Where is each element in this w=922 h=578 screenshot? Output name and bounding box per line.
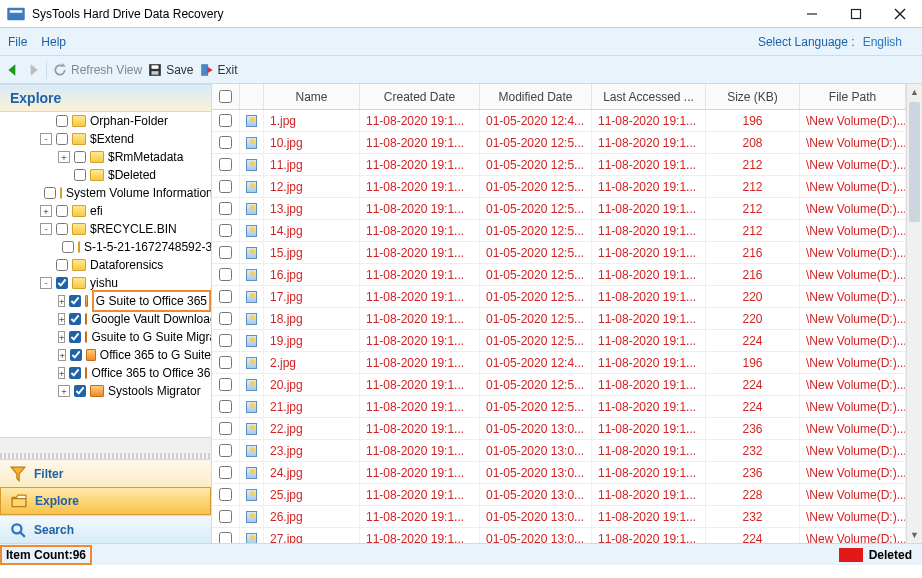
tree-item[interactable]: -$RECYCLE.BIN xyxy=(4,220,211,238)
collapse-icon[interactable]: - xyxy=(40,133,52,145)
tree-item[interactable]: +$RmMetadata xyxy=(4,148,211,166)
nav-search[interactable]: Search xyxy=(0,515,211,543)
tree-checkbox[interactable] xyxy=(62,241,74,253)
table-row[interactable]: 22.jpg11-08-2020 19:1...01-05-2020 13:0.… xyxy=(212,418,906,440)
table-row[interactable]: 27.jpg11-08-2020 19:1...01-05-2020 13:0.… xyxy=(212,528,906,543)
menu-help[interactable]: Help xyxy=(41,35,66,49)
tree-checkbox[interactable] xyxy=(44,187,56,199)
row-checkbox[interactable] xyxy=(212,308,240,329)
table-row[interactable]: 16.jpg11-08-2020 19:1...01-05-2020 12:5.… xyxy=(212,264,906,286)
row-checkbox[interactable] xyxy=(212,220,240,241)
row-checkbox[interactable] xyxy=(212,242,240,263)
table-row[interactable]: 14.jpg11-08-2020 19:1...01-05-2020 12:5.… xyxy=(212,220,906,242)
table-row[interactable]: 20.jpg11-08-2020 19:1...01-05-2020 12:5.… xyxy=(212,374,906,396)
tree-item[interactable]: +G Suite to Office 365 xyxy=(4,292,211,310)
row-checkbox[interactable] xyxy=(212,154,240,175)
tree-item[interactable]: +Google Vault Download xyxy=(4,310,211,328)
row-checkbox[interactable] xyxy=(212,528,240,543)
tree-h-scrollbar[interactable] xyxy=(0,437,211,453)
tree-checkbox[interactable] xyxy=(56,205,68,217)
nav-back-button[interactable] xyxy=(6,63,20,77)
maximize-button[interactable] xyxy=(834,0,878,28)
tree-item[interactable]: Dataforensics xyxy=(4,256,211,274)
table-row[interactable]: 1.jpg11-08-2020 19:1...01-05-2020 12:4..… xyxy=(212,110,906,132)
menu-file[interactable]: File xyxy=(8,35,27,49)
row-checkbox[interactable] xyxy=(212,132,240,153)
close-button[interactable] xyxy=(878,0,922,28)
refresh-button[interactable]: Refresh View xyxy=(53,63,142,77)
row-checkbox[interactable] xyxy=(212,374,240,395)
header-checkbox[interactable] xyxy=(212,84,240,109)
tree-checkbox[interactable] xyxy=(69,313,81,325)
tree-checkbox[interactable] xyxy=(56,223,68,235)
row-checkbox[interactable] xyxy=(212,352,240,373)
table-row[interactable]: 10.jpg11-08-2020 19:1...01-05-2020 12:5.… xyxy=(212,132,906,154)
expand-icon[interactable]: + xyxy=(58,295,65,307)
header-size[interactable]: Size (KB) xyxy=(706,84,800,109)
table-row[interactable]: 21.jpg11-08-2020 19:1...01-05-2020 12:5.… xyxy=(212,396,906,418)
collapse-icon[interactable]: - xyxy=(40,277,52,289)
grid-v-scrollbar[interactable]: ▲ ▼ xyxy=(906,84,922,543)
table-row[interactable]: 12.jpg11-08-2020 19:1...01-05-2020 12:5.… xyxy=(212,176,906,198)
tree-item[interactable]: $Deleted xyxy=(4,166,211,184)
scroll-up-icon[interactable]: ▲ xyxy=(907,84,922,100)
tree-checkbox[interactable] xyxy=(56,115,68,127)
exit-button[interactable]: Exit xyxy=(200,63,238,77)
tree-item[interactable]: Orphan-Folder xyxy=(4,112,211,130)
expand-icon[interactable]: + xyxy=(58,313,65,325)
table-row[interactable]: 17.jpg11-08-2020 19:1...01-05-2020 12:5.… xyxy=(212,286,906,308)
expand-icon[interactable]: + xyxy=(58,151,70,163)
row-checkbox[interactable] xyxy=(212,506,240,527)
table-row[interactable]: 13.jpg11-08-2020 19:1...01-05-2020 12:5.… xyxy=(212,198,906,220)
tree-checkbox[interactable] xyxy=(69,331,81,343)
table-row[interactable]: 18.jpg11-08-2020 19:1...01-05-2020 12:5.… xyxy=(212,308,906,330)
header-created[interactable]: Created Date xyxy=(360,84,480,109)
tree-checkbox[interactable] xyxy=(56,133,68,145)
tree-item[interactable]: +Gsuite to G Suite Migra xyxy=(4,328,211,346)
tree-item[interactable]: +Office 365 to Office 365 xyxy=(4,364,211,382)
tree-item[interactable]: System Volume Information xyxy=(4,184,211,202)
nav-filter[interactable]: Filter xyxy=(0,459,211,487)
save-button[interactable]: Save xyxy=(148,63,193,77)
table-row[interactable]: 26.jpg11-08-2020 19:1...01-05-2020 13:0.… xyxy=(212,506,906,528)
header-name[interactable]: Name xyxy=(264,84,360,109)
scroll-thumb[interactable] xyxy=(909,102,920,222)
header-accessed[interactable]: Last Accessed ... xyxy=(592,84,706,109)
tree-checkbox[interactable] xyxy=(56,259,68,271)
table-row[interactable]: 19.jpg11-08-2020 19:1...01-05-2020 12:5.… xyxy=(212,330,906,352)
table-row[interactable]: 24.jpg11-08-2020 19:1...01-05-2020 13:0.… xyxy=(212,462,906,484)
row-checkbox[interactable] xyxy=(212,286,240,307)
tree-checkbox[interactable] xyxy=(56,277,68,289)
tree-checkbox[interactable] xyxy=(74,385,86,397)
tree-checkbox[interactable] xyxy=(69,367,81,379)
header-modified[interactable]: Modified Date xyxy=(480,84,592,109)
tree-item[interactable]: -$Extend xyxy=(4,130,211,148)
row-checkbox[interactable] xyxy=(212,110,240,131)
row-checkbox[interactable] xyxy=(212,418,240,439)
language-selector[interactable]: English xyxy=(863,35,902,49)
expand-icon[interactable]: + xyxy=(58,385,70,397)
tree-checkbox[interactable] xyxy=(74,169,86,181)
tree-item[interactable]: +efi xyxy=(4,202,211,220)
minimize-button[interactable] xyxy=(790,0,834,28)
grid-body[interactable]: 1.jpg11-08-2020 19:1...01-05-2020 12:4..… xyxy=(212,110,906,543)
expand-icon[interactable]: + xyxy=(58,367,65,379)
folder-tree[interactable]: Orphan-Folder-$Extend+$RmMetadata$Delete… xyxy=(0,112,211,437)
expand-icon[interactable]: + xyxy=(58,331,65,343)
header-path[interactable]: File Path xyxy=(800,84,906,109)
row-checkbox[interactable] xyxy=(212,198,240,219)
scroll-down-icon[interactable]: ▼ xyxy=(907,527,922,543)
row-checkbox[interactable] xyxy=(212,176,240,197)
row-checkbox[interactable] xyxy=(212,462,240,483)
row-checkbox[interactable] xyxy=(212,264,240,285)
tree-checkbox[interactable] xyxy=(69,295,81,307)
tree-checkbox[interactable] xyxy=(74,151,86,163)
row-checkbox[interactable] xyxy=(212,396,240,417)
table-row[interactable]: 11.jpg11-08-2020 19:1...01-05-2020 12:5.… xyxy=(212,154,906,176)
tree-checkbox[interactable] xyxy=(70,349,82,361)
row-checkbox[interactable] xyxy=(212,330,240,351)
expand-icon[interactable]: + xyxy=(58,349,66,361)
tree-item[interactable]: +Office 365 to G Suite xyxy=(4,346,211,364)
tree-item[interactable]: +Systools Migrator xyxy=(4,382,211,400)
expand-icon[interactable]: + xyxy=(40,205,52,217)
